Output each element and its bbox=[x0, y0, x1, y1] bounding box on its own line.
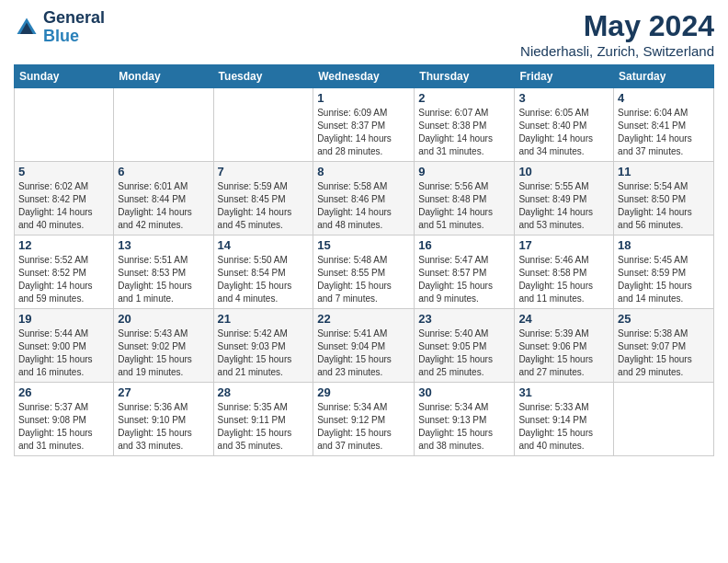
logo-icon bbox=[14, 15, 40, 40]
calendar-cell: 21Sunrise: 5:42 AMSunset: 9:03 PMDayligh… bbox=[213, 309, 313, 383]
weekday-row: SundayMondayTuesdayWednesdayThursdayFrid… bbox=[15, 65, 714, 88]
calendar-cell bbox=[15, 88, 114, 162]
calendar-cell: 27Sunrise: 5:36 AMSunset: 9:10 PMDayligh… bbox=[114, 383, 213, 456]
calendar-cell: 10Sunrise: 5:55 AMSunset: 8:49 PMDayligh… bbox=[515, 162, 614, 236]
calendar-cell: 1Sunrise: 6:09 AMSunset: 8:37 PMDaylight… bbox=[313, 88, 415, 162]
calendar-cell: 24Sunrise: 5:39 AMSunset: 9:06 PMDayligh… bbox=[515, 309, 614, 383]
day-number: 1 bbox=[317, 91, 410, 105]
calendar-body: 1Sunrise: 6:09 AMSunset: 8:37 PMDaylight… bbox=[15, 88, 714, 456]
day-number: 21 bbox=[218, 312, 310, 326]
day-number: 27 bbox=[118, 385, 209, 399]
weekday-header-thursday: Thursday bbox=[415, 65, 515, 88]
day-number: 5 bbox=[18, 165, 109, 178]
logo-line2: Blue bbox=[43, 27, 79, 45]
logo-line1: General bbox=[43, 9, 105, 28]
calendar-cell: 29Sunrise: 5:34 AMSunset: 9:12 PMDayligh… bbox=[313, 383, 415, 456]
day-number: 13 bbox=[118, 238, 209, 252]
day-number: 8 bbox=[317, 165, 410, 178]
day-info: Sunrise: 5:46 AMSunset: 8:58 PMDaylight:… bbox=[518, 254, 609, 305]
calendar-cell: 26Sunrise: 5:37 AMSunset: 9:08 PMDayligh… bbox=[15, 383, 114, 456]
day-number: 11 bbox=[618, 165, 710, 178]
weekday-header-monday: Monday bbox=[114, 65, 213, 88]
calendar-cell: 13Sunrise: 5:51 AMSunset: 8:53 PMDayligh… bbox=[114, 236, 213, 309]
day-number: 20 bbox=[118, 312, 209, 326]
day-info: Sunrise: 5:59 AMSunset: 8:45 PMDaylight:… bbox=[218, 180, 310, 232]
main-title: May 2024 bbox=[520, 9, 714, 43]
day-info: Sunrise: 5:52 AMSunset: 8:52 PMDaylight:… bbox=[18, 254, 109, 305]
day-info: Sunrise: 5:34 AMSunset: 9:12 PMDaylight:… bbox=[317, 401, 410, 453]
day-info: Sunrise: 5:55 AMSunset: 8:49 PMDaylight:… bbox=[518, 180, 609, 232]
day-info: Sunrise: 5:45 AMSunset: 8:59 PMDaylight:… bbox=[618, 254, 710, 305]
calendar-cell: 3Sunrise: 6:05 AMSunset: 8:40 PMDaylight… bbox=[515, 88, 614, 162]
title-block: May 2024 Niederhasli, Zurich, Switzerlan… bbox=[520, 9, 714, 59]
day-number: 28 bbox=[218, 385, 310, 399]
day-number: 26 bbox=[18, 385, 109, 399]
day-number: 30 bbox=[418, 385, 510, 399]
day-info: Sunrise: 5:33 AMSunset: 9:14 PMDaylight:… bbox=[518, 401, 609, 453]
calendar-cell: 17Sunrise: 5:46 AMSunset: 8:58 PMDayligh… bbox=[515, 236, 614, 309]
day-number: 18 bbox=[618, 238, 710, 252]
calendar-header: SundayMondayTuesdayWednesdayThursdayFrid… bbox=[15, 65, 714, 88]
day-info: Sunrise: 5:42 AMSunset: 9:03 PMDaylight:… bbox=[218, 327, 310, 379]
day-info: Sunrise: 6:07 AMSunset: 8:38 PMDaylight:… bbox=[418, 107, 510, 158]
day-info: Sunrise: 5:36 AMSunset: 9:10 PMDaylight:… bbox=[118, 401, 209, 453]
day-number: 7 bbox=[218, 165, 310, 178]
day-info: Sunrise: 6:09 AMSunset: 8:37 PMDaylight:… bbox=[317, 107, 410, 158]
day-number: 16 bbox=[418, 238, 510, 252]
day-info: Sunrise: 5:58 AMSunset: 8:46 PMDaylight:… bbox=[317, 180, 410, 232]
day-number: 25 bbox=[618, 312, 710, 326]
week-row-3: 12Sunrise: 5:52 AMSunset: 8:52 PMDayligh… bbox=[15, 236, 714, 309]
calendar-cell: 11Sunrise: 5:54 AMSunset: 8:50 PMDayligh… bbox=[614, 162, 714, 236]
day-info: Sunrise: 5:51 AMSunset: 8:53 PMDaylight:… bbox=[118, 254, 209, 305]
day-number: 29 bbox=[317, 385, 410, 399]
calendar-cell bbox=[213, 88, 313, 162]
logo: General Blue bbox=[14, 9, 105, 46]
week-row-4: 19Sunrise: 5:44 AMSunset: 9:00 PMDayligh… bbox=[15, 309, 714, 383]
day-number: 15 bbox=[317, 238, 410, 252]
calendar-cell: 23Sunrise: 5:40 AMSunset: 9:05 PMDayligh… bbox=[415, 309, 515, 383]
page: General Blue May 2024 Niederhasli, Zuric… bbox=[0, 0, 728, 563]
calendar-cell: 9Sunrise: 5:56 AMSunset: 8:48 PMDaylight… bbox=[415, 162, 515, 236]
calendar-cell bbox=[114, 88, 213, 162]
calendar-cell: 12Sunrise: 5:52 AMSunset: 8:52 PMDayligh… bbox=[15, 236, 114, 309]
calendar: SundayMondayTuesdayWednesdayThursdayFrid… bbox=[14, 64, 714, 456]
day-number: 22 bbox=[317, 312, 410, 326]
day-info: Sunrise: 6:02 AMSunset: 8:42 PMDaylight:… bbox=[18, 180, 109, 232]
day-info: Sunrise: 5:39 AMSunset: 9:06 PMDaylight:… bbox=[518, 327, 609, 379]
calendar-cell: 19Sunrise: 5:44 AMSunset: 9:00 PMDayligh… bbox=[15, 309, 114, 383]
day-number: 9 bbox=[418, 165, 510, 178]
day-info: Sunrise: 5:50 AMSunset: 8:54 PMDaylight:… bbox=[218, 254, 310, 305]
day-info: Sunrise: 5:41 AMSunset: 9:04 PMDaylight:… bbox=[317, 327, 410, 379]
calendar-cell: 22Sunrise: 5:41 AMSunset: 9:04 PMDayligh… bbox=[313, 309, 415, 383]
calendar-cell: 30Sunrise: 5:34 AMSunset: 9:13 PMDayligh… bbox=[415, 383, 515, 456]
day-number: 6 bbox=[118, 165, 209, 178]
calendar-cell: 28Sunrise: 5:35 AMSunset: 9:11 PMDayligh… bbox=[213, 383, 313, 456]
day-info: Sunrise: 5:44 AMSunset: 9:00 PMDaylight:… bbox=[18, 327, 109, 379]
week-row-1: 1Sunrise: 6:09 AMSunset: 8:37 PMDaylight… bbox=[15, 88, 714, 162]
calendar-cell: 2Sunrise: 6:07 AMSunset: 8:38 PMDaylight… bbox=[415, 88, 515, 162]
day-number: 24 bbox=[518, 312, 609, 326]
subtitle: Niederhasli, Zurich, Switzerland bbox=[520, 43, 714, 59]
calendar-cell: 4Sunrise: 6:04 AMSunset: 8:41 PMDaylight… bbox=[614, 88, 714, 162]
week-row-2: 5Sunrise: 6:02 AMSunset: 8:42 PMDaylight… bbox=[15, 162, 714, 236]
day-info: Sunrise: 5:37 AMSunset: 9:08 PMDaylight:… bbox=[18, 401, 109, 453]
day-number: 23 bbox=[418, 312, 510, 326]
calendar-cell: 20Sunrise: 5:43 AMSunset: 9:02 PMDayligh… bbox=[114, 309, 213, 383]
calendar-cell: 25Sunrise: 5:38 AMSunset: 9:07 PMDayligh… bbox=[614, 309, 714, 383]
week-row-5: 26Sunrise: 5:37 AMSunset: 9:08 PMDayligh… bbox=[15, 383, 714, 456]
day-number: 17 bbox=[518, 238, 609, 252]
calendar-cell: 16Sunrise: 5:47 AMSunset: 8:57 PMDayligh… bbox=[415, 236, 515, 309]
day-number: 14 bbox=[218, 238, 310, 252]
day-number: 4 bbox=[618, 91, 710, 105]
weekday-header-friday: Friday bbox=[515, 65, 614, 88]
day-info: Sunrise: 5:34 AMSunset: 9:13 PMDaylight:… bbox=[418, 401, 510, 453]
day-number: 2 bbox=[418, 91, 510, 105]
day-info: Sunrise: 6:01 AMSunset: 8:44 PMDaylight:… bbox=[118, 180, 209, 232]
day-info: Sunrise: 5:56 AMSunset: 8:48 PMDaylight:… bbox=[418, 180, 510, 232]
calendar-cell: 5Sunrise: 6:02 AMSunset: 8:42 PMDaylight… bbox=[15, 162, 114, 236]
weekday-header-wednesday: Wednesday bbox=[313, 65, 415, 88]
day-info: Sunrise: 5:43 AMSunset: 9:02 PMDaylight:… bbox=[118, 327, 209, 379]
day-number: 12 bbox=[18, 238, 109, 252]
calendar-cell: 15Sunrise: 5:48 AMSunset: 8:55 PMDayligh… bbox=[313, 236, 415, 309]
calendar-cell bbox=[614, 383, 714, 456]
